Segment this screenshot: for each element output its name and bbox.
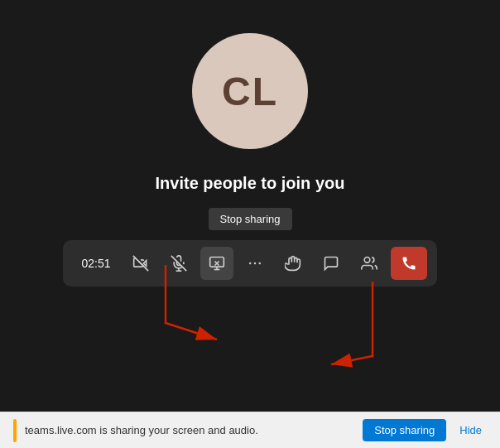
avatar: CL	[192, 33, 308, 149]
stop-sharing-tooltip: Stop sharing	[209, 208, 292, 230]
bottom-stop-sharing-button[interactable]: Stop sharing	[363, 419, 446, 441]
people-button[interactable]	[353, 247, 386, 280]
bottom-sharing-bar: teams.live.com is sharing your screen an…	[0, 412, 500, 448]
stop-screen-share-button[interactable]	[200, 247, 233, 280]
chat-button[interactable]	[315, 247, 348, 280]
svg-point-9	[253, 263, 256, 265]
toolbar: 02:51	[63, 240, 436, 287]
avatar-initials: CL	[222, 69, 278, 114]
sharing-indicator	[13, 419, 17, 442]
end-call-button[interactable]	[391, 247, 427, 280]
svg-rect-3	[209, 258, 224, 267]
invite-text: Invite people to join you	[156, 174, 345, 193]
svg-point-8	[248, 263, 251, 265]
svg-point-10	[258, 263, 261, 265]
mic-off-button[interactable]	[162, 247, 195, 280]
more-options-button[interactable]	[238, 247, 272, 280]
call-timer: 02:51	[73, 252, 118, 275]
hide-button[interactable]: Hide	[454, 421, 487, 440]
main-area: CL Invite people to join you Stop sharin…	[0, 0, 500, 448]
camera-off-button[interactable]	[124, 247, 157, 280]
raise-hand-button[interactable]	[276, 247, 310, 280]
svg-point-11	[364, 258, 370, 263]
sharing-info-text: teams.live.com is sharing your screen an…	[25, 424, 354, 436]
